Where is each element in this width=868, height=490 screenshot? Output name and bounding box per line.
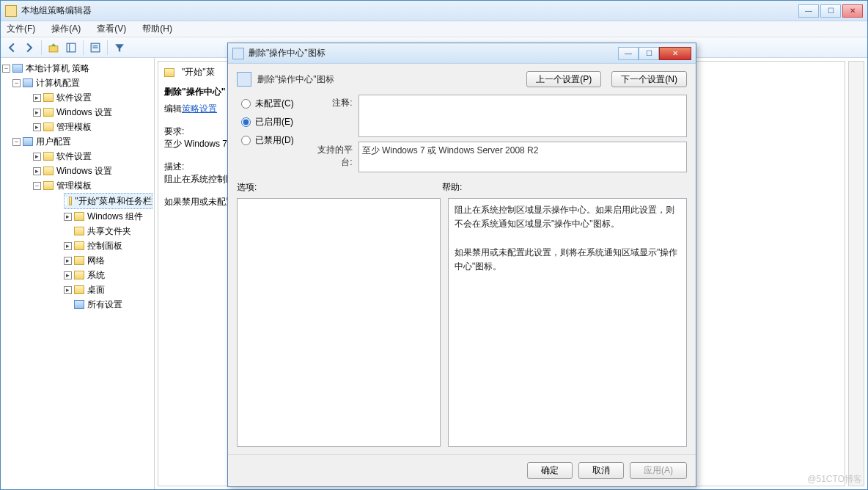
dialog-title: 删除"操作中心"图标 [249,47,618,59]
prev-setting-button[interactable]: 上一个设置(P) [526,71,601,87]
menu-view[interactable]: 查看(V) [94,21,129,37]
window-title: 本地组策略编辑器 [21,4,798,17]
folder-icon [43,93,54,102]
dialog-icon [232,48,244,59]
folder-icon [74,212,84,221]
menu-bar: 文件(F) 操作(A) 查看(V) 帮助(H) [1,21,867,37]
tree-comp-admin[interactable]: 管理模板 [56,120,92,134]
title-bar: 本地组策略编辑器 — ☐ ✕ [1,1,867,21]
tree-comp-software[interactable]: 软件设置 [56,91,92,104]
tree-desktop[interactable]: 桌面 [87,283,105,296]
comment-field[interactable] [358,95,687,137]
help-p1: 阻止在系统控制区域显示操作中心。如果启用此设置，则不会在系统通知区域显示"操作中… [455,203,680,231]
dialog-close-button[interactable]: ✕ [659,47,691,60]
folder-icon [43,108,54,117]
dialog-title-bar: 删除"操作中心"图标 — ☐ ✕ [228,43,696,64]
minimize-button[interactable]: — [798,4,819,18]
user-icon [23,137,33,146]
tree-user-software[interactable]: 软件设置 [56,150,92,163]
svg-rect-0 [49,45,58,51]
back-button[interactable] [4,40,20,56]
dialog-maximize-button[interactable]: ☐ [639,47,659,60]
support-label: 支持的平台: [309,142,353,169]
app-icon [5,5,17,17]
tree-network[interactable]: 网络 [87,254,105,267]
up-button[interactable] [45,40,62,56]
tree-control-panel[interactable]: 控制面板 [87,239,122,252]
right-tabs[interactable] [848,61,864,486]
help-p2: 如果禁用或未配置此设置，则将在系统通知区域显示"操作中心"图标。 [455,246,680,274]
folder-icon [74,285,84,294]
tree-pane[interactable]: −本地计算机 策略 −计算机配置 ▸软件设置 ▸Windows 设置 ▸管理模板… [1,58,155,489]
apply-button[interactable]: 应用(A) [630,462,687,479]
help-box: 阻止在系统控制区域显示操作中心。如果启用此设置，则不会在系统通知区域显示"操作中… [448,198,687,447]
folder-icon [43,181,54,190]
maximize-button[interactable]: ☐ [820,4,841,18]
properties-button[interactable] [87,40,103,56]
radio-enabled[interactable]: 已启用(E) [241,116,294,128]
options-label: 选项: [237,181,442,194]
filter-button[interactable] [111,40,128,56]
options-box [237,198,441,447]
forward-button[interactable] [21,40,37,56]
tree-user-windows[interactable]: Windows 设置 [56,164,112,178]
policy-icon [237,72,251,87]
dialog-body: 删除"操作中心"图标 上一个设置(P) 下一个设置(N) 未配置(C) 已启用(… [228,64,696,454]
next-setting-button[interactable]: 下一个设置(N) [611,71,687,87]
help-label: 帮助: [442,181,462,194]
tree-all-settings[interactable]: 所有设置 [87,298,122,311]
tree-user[interactable]: 用户配置 [36,135,71,148]
state-radios: 未配置(C) 已启用(E) 已禁用(D) [241,98,294,147]
tree-shared[interactable]: 共享文件夹 [87,224,131,238]
close-button[interactable]: ✕ [842,4,863,18]
tree-computer[interactable]: 计算机配置 [36,76,80,89]
svg-rect-1 [67,43,76,52]
detail-header: "开始"菜 [182,66,215,78]
folder-icon [74,227,84,235]
supported-platforms: 至少 Windows 7 或 Windows Server 2008 R2 [358,142,687,172]
folder-icon [74,271,84,279]
dialog-minimize-button[interactable]: — [618,47,639,60]
folder-icon [74,256,84,265]
show-hide-button[interactable] [63,40,79,56]
edit-policy-link[interactable]: 策略设置 [182,103,217,114]
radio-not-configured[interactable]: 未配置(C) [241,98,294,110]
folder-icon [43,152,54,161]
ok-button[interactable]: 确定 [527,462,573,479]
folder-icon [164,68,174,77]
dialog-buttons: 确定 取消 应用(A) [228,454,696,486]
edit-prefix: 编辑 [164,103,182,114]
policy-icon [12,64,23,73]
watermark: @51CTO博客 [807,473,862,486]
tree-root[interactable]: 本地计算机 策略 [26,62,89,75]
folder-icon [69,197,73,205]
dialog-subtitle: 删除"操作中心"图标 [257,73,516,86]
all-settings-icon [74,300,84,309]
menu-file[interactable]: 文件(F) [4,21,38,37]
policy-dialog: 删除"操作中心"图标 — ☐ ✕ 删除"操作中心"图标 上一个设置(P) 下一个… [227,43,696,487]
radio-disabled[interactable]: 已禁用(D) [241,134,294,147]
tree-system[interactable]: 系统 [87,268,105,282]
cancel-button[interactable]: 取消 [578,462,624,479]
tree-comp-windows[interactable]: Windows 设置 [56,106,112,119]
comment-label: 注释: [309,95,353,109]
folder-icon [74,241,84,250]
tree-win-components[interactable]: Windows 组件 [87,210,143,223]
tree-start-menu[interactable]: "开始"菜单和任务栏 [75,194,152,208]
menu-help[interactable]: 帮助(H) [139,21,175,37]
tree-user-admin[interactable]: 管理模板 [56,179,92,192]
computer-icon [23,78,33,87]
menu-action[interactable]: 操作(A) [48,21,84,37]
folder-icon [43,167,54,175]
folder-icon [43,122,54,131]
